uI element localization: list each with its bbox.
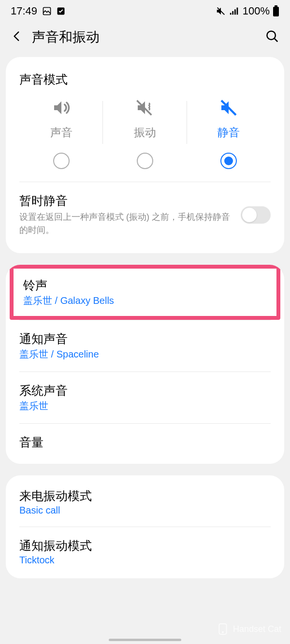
- volume-title: 音量: [19, 434, 271, 450]
- call-vibration-value: Basic call: [19, 505, 271, 516]
- mode-mute-label: 静音: [218, 125, 240, 140]
- mute-status-icon: [216, 6, 226, 16]
- notification-vibration-item[interactable]: 通知振动模式 Ticktock: [6, 527, 284, 576]
- notification-sound-title: 通知声音: [19, 331, 271, 347]
- status-time: 17:49: [11, 5, 37, 17]
- svg-rect-7: [275, 5, 277, 7]
- signal-icon: [229, 6, 240, 16]
- ringtone-highlight: 铃声 盖乐世 / Galaxy Bells: [10, 265, 280, 320]
- battery-icon: [273, 5, 279, 17]
- temporary-mute-desc: 设置在返回上一种声音模式 (振动) 之前，手机保持静音的时间。: [19, 211, 233, 237]
- sound-mode-card: 声音模式 声音 振动 静音 暂时静音: [6, 57, 284, 253]
- mode-sound-label: 声音: [50, 125, 72, 140]
- svg-rect-8: [273, 7, 279, 16]
- status-bar: 17:49 100%: [0, 0, 290, 20]
- system-sound-value: 盖乐世: [19, 400, 271, 413]
- checkbox-icon: [57, 7, 65, 15]
- image-icon: [42, 6, 52, 16]
- radio-sound[interactable]: [53, 153, 70, 169]
- sound-icon: [52, 98, 71, 117]
- notification-vibration-value: Ticktock: [19, 555, 271, 566]
- svg-rect-6: [236, 8, 238, 15]
- home-indicator[interactable]: [109, 639, 181, 641]
- temporary-mute-row[interactable]: 暂时静音 设置在返回上一种声音模式 (振动) 之前，手机保持静音的时间。: [6, 182, 284, 253]
- mode-vibrate[interactable]: 振动: [103, 98, 187, 169]
- search-button[interactable]: [262, 26, 282, 48]
- radio-vibrate[interactable]: [137, 153, 153, 169]
- vibrate-icon: [135, 98, 155, 117]
- temporary-mute-title: 暂时静音: [19, 193, 233, 209]
- battery-percent: 100%: [243, 5, 270, 17]
- watermark-text: Handset Cat: [233, 624, 281, 634]
- watermark: Handset Cat: [217, 623, 281, 635]
- back-button[interactable]: [8, 27, 29, 47]
- sound-mode-options: 声音 振动 静音: [6, 98, 284, 182]
- svg-rect-3: [230, 13, 232, 15]
- volume-item[interactable]: 音量: [6, 424, 284, 462]
- page-title: 声音和振动: [32, 28, 100, 46]
- notification-vibration-title: 通知振动模式: [19, 538, 271, 554]
- ringtone-item[interactable]: 铃声 盖乐世 / Galaxy Bells: [14, 269, 276, 316]
- ringtone-value: 盖乐世 / Galaxy Bells: [23, 294, 267, 307]
- notification-sound-value: 盖乐世 / Spaceline: [19, 348, 271, 361]
- ringtone-title: 铃声: [23, 277, 267, 293]
- svg-point-9: [267, 31, 276, 40]
- call-vibration-title: 来电振动模式: [19, 488, 271, 504]
- svg-rect-5: [234, 9, 236, 14]
- system-sound-item[interactable]: 系统声音 盖乐世: [6, 372, 284, 423]
- sounds-card: 铃声 盖乐世 / Galaxy Bells 通知声音 盖乐世 / Spaceli…: [6, 265, 284, 464]
- call-vibration-item[interactable]: 来电振动模式 Basic call: [6, 477, 284, 527]
- radio-mute[interactable]: [220, 153, 237, 169]
- vibration-card: 来电振动模式 Basic call 通知振动模式 Ticktock: [6, 475, 284, 578]
- page-header: 声音和振动: [0, 20, 290, 57]
- mute-icon: [219, 98, 238, 117]
- svg-point-14: [222, 631, 223, 632]
- svg-rect-4: [232, 11, 233, 14]
- sound-mode-title: 声音模式: [6, 57, 284, 98]
- mode-sound[interactable]: 声音: [19, 98, 103, 169]
- mode-mute[interactable]: 静音: [187, 98, 271, 169]
- system-sound-title: 系统声音: [19, 383, 271, 399]
- notification-sound-item[interactable]: 通知声音 盖乐世 / Spaceline: [6, 320, 284, 372]
- svg-line-10: [275, 39, 278, 42]
- mode-vibrate-label: 振动: [134, 125, 156, 140]
- temporary-mute-toggle[interactable]: [241, 206, 271, 224]
